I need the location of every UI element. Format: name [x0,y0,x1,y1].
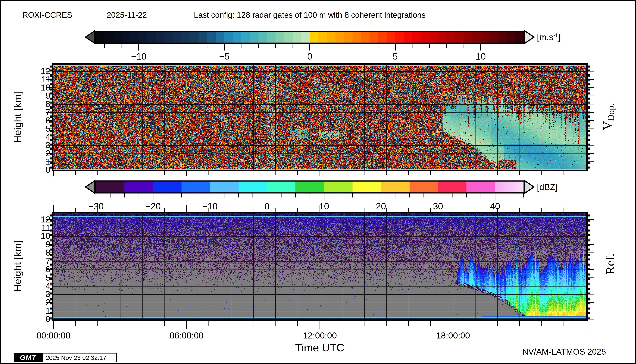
height-axis-tick [588,304,590,304]
height-axis-tick [588,87,590,87]
height-axis-tick [588,120,594,121]
time-axis-tick [75,172,76,175]
height-axis-tick-label: 2 [23,149,50,158]
time-axis-tick [164,172,165,175]
height-axis-tick [588,278,590,279]
height-axis-tick [588,112,590,112]
reflectivity-colorbar [95,180,525,194]
height-axis-tick [588,258,590,259]
height-axis-tick [588,234,590,235]
height-axis-tick [588,71,594,72]
height-axis-tick [588,214,590,214]
time-axis-tick [320,321,320,330]
height-axis-tick [588,228,590,229]
reflectivity-colorbar-tick [338,194,338,198]
height-axis-tick [588,266,590,266]
height-axis-tick [588,96,594,96]
velocity-colorbar-tick [207,44,207,48]
height-axis-tick [588,235,590,236]
time-axis-top-tick [253,208,253,212]
height-axis-tick [588,95,590,96]
height-axis-tick-label: 6 [23,116,50,125]
height-axis-tick [588,162,594,162]
height-axis-tick-label: 8 [23,100,50,108]
time-axis-top-tick [563,208,564,212]
time-axis-tick [320,172,320,176]
height-axis-tick [588,255,590,256]
height-axis-tick [588,222,590,222]
time-axis-tick [563,321,564,326]
height-axis-tick [588,119,590,119]
reflectivity-colorbar-tick [238,194,239,198]
height-axis-tick [588,254,590,255]
height-axis-tick [588,134,590,135]
height-axis-tick [588,252,590,252]
height-axis-tick [588,298,590,298]
height-axis-tick-label: 10 [23,83,50,92]
height-axis-tick [588,105,590,105]
height-axis-tick [588,220,594,220]
height-axis-tick [588,151,590,151]
height-axis-tick [588,98,590,99]
height-axis-tick [588,148,590,149]
height-axis-tick [588,244,594,245]
height-axis-tick [588,149,590,150]
height-axis-tick [588,78,590,78]
height-axis-tick [588,166,590,166]
time-axis-tick [98,172,98,175]
height-axis-tick [588,289,590,290]
velocity-colorbar-tick-label: −5 [219,51,229,62]
height-axis-tick [588,106,590,106]
time-axis-tick [98,321,98,326]
velocity-unit-label: [m.s-1] [537,32,560,42]
time-axis-top-tick [53,205,54,212]
velocity-colorbar-tick [412,44,413,48]
reflectivity-colorbar-tick [281,194,281,198]
time-axis-tick [120,172,120,175]
height-axis-tick [588,97,590,97]
height-axis-tick [588,112,594,112]
height-axis-tick [588,270,590,270]
height-axis-tick [588,279,590,280]
height-axis-tick-label: 5 [23,124,50,133]
time-axis-tick-label: 06:00:00 [170,330,204,340]
height-axis-tick [588,226,590,226]
time-axis-tick [563,172,564,175]
height-axis-tick [588,316,590,316]
gmt-logo-text: GMT [20,354,36,362]
velocity-colorbar-tick [122,44,122,48]
height-axis-tick [588,264,590,264]
height-axis-tick [588,247,590,247]
height-axis-tick [588,318,590,318]
vdop-side-label-sub: Dop. [606,103,616,121]
reflectivity-colorbar-tick [381,194,381,200]
time-axis-tick [430,321,431,326]
reflectivity-colorbar-tick [466,194,467,198]
time-axis-tick [186,172,187,176]
height-axis-tick [588,260,590,260]
height-axis-tick [588,275,590,276]
height-axis-tick [588,88,594,88]
height-axis-tick [588,241,590,242]
reflectivity-colorbar-tick [110,194,111,198]
time-axis-top-tick [164,208,165,212]
height-axis-tick [588,163,590,164]
height-axis-tick [588,73,590,73]
height-axis-tick [588,86,590,86]
height-axis-tick [588,227,590,227]
time-axis-top-tick [453,205,453,212]
height-axis-tick [588,76,590,76]
height-axis-tick [588,240,590,240]
height-axis-tick-label: 12 [23,215,50,224]
height-axis-tick [588,156,590,156]
height-axis-tick [588,144,590,144]
height-axis-tick [588,99,590,100]
height-axis-tick [588,165,590,165]
height-axis-tick [588,257,590,257]
height-axis-tick [588,291,590,291]
velocity-unit-close: ] [558,32,560,42]
height-axis-tick [588,66,590,66]
reflectivity-colorbar-tick-label: 30 [433,201,443,212]
time-axis-tick [541,321,542,326]
reflectivity-colorbar-tick [96,194,96,200]
